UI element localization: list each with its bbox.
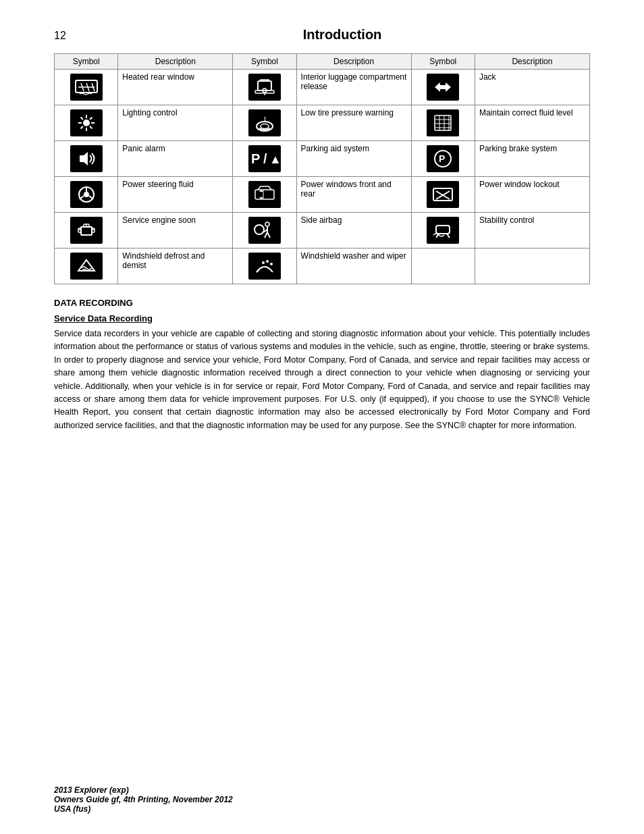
side-airbag-icon bbox=[248, 217, 281, 244]
svg-line-57 bbox=[265, 232, 267, 238]
desc-cell: Low tire pressure warning bbox=[296, 105, 411, 141]
svg-marker-9 bbox=[435, 82, 451, 92]
stability-control-icon bbox=[427, 217, 459, 244]
low-tire-icon: ! bbox=[248, 109, 281, 136]
description-text: Power steering fluid bbox=[122, 180, 193, 189]
description-text: Panic alarm bbox=[122, 144, 165, 153]
footer: 2013 Explorer (exp) Owners Guide gf, 4th… bbox=[54, 785, 233, 814]
header-symbol3: Symbol bbox=[411, 54, 475, 70]
footer-line2: Owners Guide gf, 4th Printing, November … bbox=[54, 795, 233, 804]
heated-rear-window-icon bbox=[70, 74, 103, 101]
desc-cell: Power windows front and rear bbox=[296, 177, 411, 213]
desc-cell: Stability control bbox=[475, 213, 589, 249]
interior-luggage-icon bbox=[248, 74, 281, 101]
header-symbol1: Symbol bbox=[55, 54, 118, 70]
page-title: Introduction bbox=[95, 27, 590, 43]
desc-cell: Windshield defrost and demist bbox=[118, 249, 233, 284]
symbol-cell bbox=[55, 249, 118, 284]
description-text: Windshield defrost and demist bbox=[122, 251, 205, 270]
table-row: Windshield defrost and demist bbox=[55, 249, 590, 284]
desc-cell: Lighting control bbox=[118, 105, 233, 141]
svg-line-61 bbox=[257, 269, 259, 272]
lighting-control-icon bbox=[70, 109, 103, 136]
header-desc1: Description bbox=[118, 54, 233, 70]
symbol-cell bbox=[233, 177, 296, 213]
symbol-cell bbox=[55, 70, 118, 105]
power-window-lockout-icon bbox=[427, 181, 459, 208]
symbol-cell bbox=[55, 213, 118, 249]
description-text: Parking brake system bbox=[479, 144, 557, 153]
footer-line3: USA (fus) bbox=[54, 804, 233, 814]
svg-point-10 bbox=[83, 120, 90, 126]
description-text: Stability control bbox=[479, 215, 534, 225]
svg-line-18 bbox=[80, 126, 83, 129]
desc-cell: Jack bbox=[475, 70, 589, 105]
svg-rect-49 bbox=[78, 228, 81, 232]
jack-icon bbox=[427, 74, 459, 101]
desc-cell: Side airbag bbox=[296, 213, 411, 249]
svg-rect-60 bbox=[436, 226, 450, 234]
symbols-table: Symbol Description Symbol Description Sy… bbox=[54, 53, 590, 284]
table-row: Power steering fluid bbox=[55, 177, 590, 213]
sub-heading: Service Data Recording bbox=[54, 313, 590, 323]
page-number: 12 bbox=[54, 30, 95, 42]
svg-rect-8 bbox=[255, 90, 274, 93]
description-text: Side airbag bbox=[301, 215, 342, 225]
svg-line-58 bbox=[267, 232, 270, 238]
description-text: Windshield washer and wiper bbox=[301, 251, 406, 261]
symbol-cell bbox=[411, 70, 475, 105]
description-text: Power window lockout bbox=[479, 180, 560, 189]
desc-cell: Power steering fluid bbox=[118, 177, 233, 213]
symbol-cell bbox=[411, 249, 475, 284]
maintain-fluid-icon bbox=[427, 109, 459, 136]
svg-text:▲: ▲ bbox=[269, 153, 279, 166]
desc-cell bbox=[475, 249, 589, 284]
symbol-cell: P / ▲ bbox=[233, 141, 296, 177]
description-text: Maintain correct fluid level bbox=[479, 108, 573, 118]
windshield-defrost-icon bbox=[70, 253, 103, 280]
svg-rect-22 bbox=[435, 115, 451, 130]
power-windows-front-icon bbox=[248, 181, 281, 208]
header-desc2: Description bbox=[296, 54, 411, 70]
svg-rect-47 bbox=[81, 227, 92, 235]
svg-line-17 bbox=[90, 118, 92, 120]
description-text: Power windows front and rear bbox=[301, 180, 392, 199]
header-symbol2: Symbol bbox=[233, 54, 296, 70]
description-text: Jack bbox=[479, 72, 496, 82]
description-text: Parking aid system bbox=[301, 144, 369, 153]
power-steering-icon bbox=[70, 181, 103, 208]
description-text: Low tire pressure warning bbox=[301, 108, 394, 118]
body-text: Service data recorders in your vehicle a… bbox=[54, 328, 590, 432]
svg-point-20 bbox=[261, 124, 269, 129]
table-row: Heated rear window bbox=[55, 70, 590, 105]
symbol-cell: P bbox=[411, 141, 475, 177]
desc-cell: Interior luggage compartment release bbox=[296, 70, 411, 105]
windshield-washer-icon bbox=[248, 253, 281, 280]
table-row: Lighting control ! bbox=[55, 105, 590, 141]
footer-line1: 2013 Explorer (exp) bbox=[54, 785, 233, 795]
table-row: Panic alarm P / ▲ Parking aid system bbox=[55, 141, 590, 177]
section-heading: DATA RECORDING bbox=[54, 298, 590, 308]
svg-point-64 bbox=[270, 263, 273, 265]
symbol-cell: ! bbox=[233, 105, 296, 141]
desc-cell: Panic alarm bbox=[118, 141, 233, 177]
table-header-row: Symbol Description Symbol Description Sy… bbox=[55, 54, 590, 70]
desc-cell: Parking brake system bbox=[475, 141, 589, 177]
description-text: Heated rear window bbox=[122, 72, 194, 82]
page-header: 12 Introduction bbox=[54, 27, 590, 43]
symbol-cell bbox=[233, 70, 296, 105]
svg-text:/: / bbox=[263, 151, 267, 166]
description-text: Lighting control bbox=[122, 108, 177, 118]
symbol-cell bbox=[411, 177, 475, 213]
description-text: Service engine soon bbox=[122, 215, 196, 225]
page: 12 Introduction Symbol Description Symbo… bbox=[0, 0, 644, 834]
desc-cell: Parking aid system bbox=[296, 141, 411, 177]
symbol-cell bbox=[55, 177, 118, 213]
service-engine-icon bbox=[70, 217, 103, 244]
desc-cell: Windshield washer and wiper bbox=[296, 249, 411, 284]
desc-cell: Service engine soon bbox=[118, 213, 233, 249]
svg-point-54 bbox=[265, 222, 269, 226]
parking-aid-icon: P / ▲ bbox=[248, 145, 281, 172]
svg-rect-40 bbox=[255, 190, 274, 199]
svg-text:!: ! bbox=[264, 115, 266, 122]
